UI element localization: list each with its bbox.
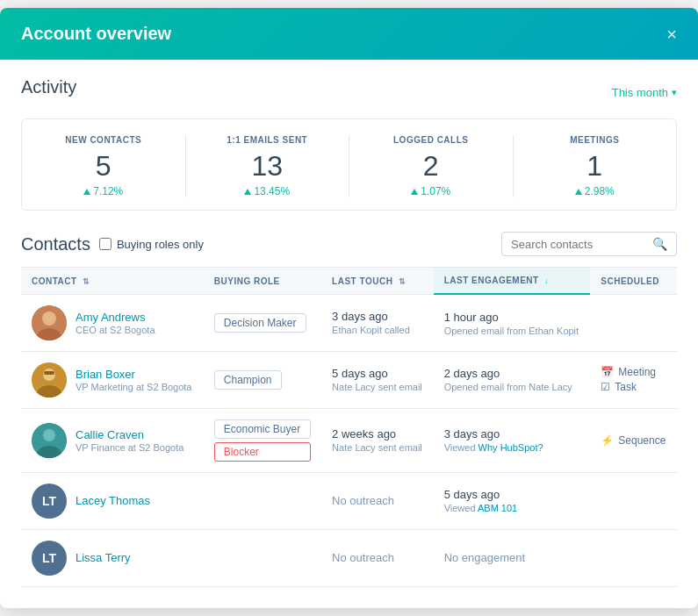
avatar-image-callie xyxy=(32,423,67,458)
scheduled-callie: ⚡ Sequence xyxy=(590,408,677,472)
contact-name-lissa[interactable]: Lissa Terry xyxy=(76,551,131,564)
sort-icon: ⇅ xyxy=(399,277,407,286)
table-row: Amy Andrews CEO at S2 Bogota Decision Ma… xyxy=(21,294,677,351)
search-input[interactable] xyxy=(511,238,647,251)
contact-cell-brian: Brian Boxer VP Marketing at S2 Bogota xyxy=(21,351,204,408)
stats-card: NEW CONTACTS 5 7.12% 1:1 EMAILS SENT 13 … xyxy=(21,118,677,211)
contacts-title: Contacts xyxy=(21,234,90,254)
sequence-icon: ⚡ xyxy=(601,434,614,447)
role-badge-callie-blocker: Blocker xyxy=(214,442,311,462)
last-touch-amy: 3 days ago Ethan Kopit called xyxy=(321,294,434,351)
stat-change-calls: 1.07% xyxy=(363,185,499,197)
activity-title: Activity xyxy=(21,77,76,97)
scheduled-task: ☑ Task xyxy=(601,381,666,393)
table-header-row: CONTACT ⇅ BUYING ROLE LAST TOUCH ⇅ LAST … xyxy=(21,268,677,295)
svg-point-3 xyxy=(44,312,54,323)
scheduled-meeting: 📅 Meeting xyxy=(601,366,666,378)
role-badge-amy: Decision Maker xyxy=(214,313,306,333)
buying-role-lissa xyxy=(204,529,321,586)
avatar-lissa: LT xyxy=(32,541,67,576)
stat-value-emails: 13 xyxy=(200,152,335,180)
last-touch-lacey: No outreach xyxy=(321,472,434,529)
contact-name-brian[interactable]: Brian Boxer xyxy=(76,368,192,381)
stat-change-meetings: 2.98% xyxy=(528,185,663,197)
buying-role-amy: Decision Maker xyxy=(204,294,321,351)
last-engagement-brian: 2 days ago Opened email from Nate Lacy xyxy=(434,351,591,408)
svg-rect-7 xyxy=(44,371,54,375)
period-selector[interactable]: This month xyxy=(612,86,677,99)
contacts-table: CONTACT ⇅ BUYING ROLE LAST TOUCH ⇅ LAST … xyxy=(21,267,677,587)
calendar-icon: 📅 xyxy=(601,366,614,378)
last-engagement-callie: 3 days ago Viewed Why HubSpot? xyxy=(434,408,591,472)
last-engagement-lissa: No engagement xyxy=(434,529,591,586)
avatar-image-amy xyxy=(32,305,67,340)
scheduled-lissa xyxy=(590,529,677,586)
contacts-left: Contacts Buying roles only xyxy=(21,234,204,254)
stat-value-calls: 2 xyxy=(363,152,499,180)
scheduled-lacey xyxy=(590,472,677,529)
col-last-touch[interactable]: LAST TOUCH ⇅ xyxy=(321,268,434,295)
svg-point-9 xyxy=(43,429,55,441)
arrow-up-icon xyxy=(244,189,251,195)
arrow-up-icon xyxy=(83,189,90,195)
contact-subtitle-brian: VP Marketing at S2 Bogota xyxy=(76,382,192,392)
stat-emails-sent: 1:1 EMAILS SENT 13 13.45% xyxy=(186,135,350,197)
stat-label-emails: 1:1 EMAILS SENT xyxy=(200,135,335,145)
contact-cell-lacey: LT Lacey Thomas xyxy=(21,472,204,529)
engagement-link-lacey[interactable]: ABM 101 xyxy=(478,503,517,513)
sort-icon: ↓ xyxy=(544,276,549,285)
contacts-header: Contacts Buying roles only 🔍 xyxy=(21,232,677,256)
buying-role-callie: Economic Buyer Blocker xyxy=(204,408,321,472)
account-overview-modal: Account overview × Activity This month N… xyxy=(0,8,698,608)
col-last-engagement[interactable]: LAST ENGAGEMENT ↓ xyxy=(434,268,591,295)
col-contact[interactable]: CONTACT ⇅ xyxy=(21,268,204,295)
scheduled-brian: 📅 Meeting ☑ Task xyxy=(590,351,677,408)
modal-header: Account overview × xyxy=(0,8,698,60)
modal-body: Activity This month NEW CONTACTS 5 7.12%… xyxy=(0,60,698,608)
stat-value-meetings: 1 xyxy=(528,152,663,180)
last-engagement-lacey: 5 days ago Viewed ABM 101 xyxy=(434,472,591,529)
table-row: Callie Craven VP Finance at S2 Bogota Ec… xyxy=(21,408,677,472)
role-badge-callie-economic: Economic Buyer xyxy=(214,419,311,439)
stat-label-meetings: MEETINGS xyxy=(528,135,663,145)
contact-name-amy[interactable]: Amy Andrews xyxy=(76,311,155,324)
col-buying-role: BUYING ROLE xyxy=(204,268,321,295)
buying-roles-checkbox[interactable] xyxy=(99,238,112,250)
stat-meetings: MEETINGS 1 2.98% xyxy=(514,135,677,197)
contact-name-lacey[interactable]: Lacey Thomas xyxy=(76,494,150,507)
last-engagement-amy: 1 hour ago Opened email from Ethan Kopit xyxy=(434,294,591,351)
scheduled-amy xyxy=(590,294,677,351)
avatar-brian xyxy=(32,362,67,398)
activity-header: Activity This month xyxy=(21,77,677,108)
avatar-image-brian xyxy=(32,362,67,398)
buying-role-lacey xyxy=(204,472,321,529)
modal-title: Account overview xyxy=(21,24,171,44)
last-touch-callie: 2 weeks ago Nate Lacy sent email xyxy=(321,408,434,472)
table-row: LT Lacey Thomas No outreach 5 days ago xyxy=(21,472,677,529)
col-scheduled: SCHEDULED xyxy=(590,268,677,295)
table-row: Brian Boxer VP Marketing at S2 Bogota Ch… xyxy=(21,351,677,408)
table-row: LT Lissa Terry No outreach No engagement xyxy=(21,529,677,586)
close-button[interactable]: × xyxy=(666,25,677,43)
stat-logged-calls: LOGGED CALLS 2 1.07% xyxy=(349,135,514,197)
avatar-lacey: LT xyxy=(32,483,67,519)
contact-subtitle-callie: VP Finance at S2 Bogota xyxy=(76,442,183,453)
avatar-amy xyxy=(32,305,67,340)
role-badge-brian: Champion xyxy=(214,370,282,390)
contact-subtitle-amy: CEO at S2 Bogota xyxy=(76,325,155,335)
last-touch-brian: 5 days ago Nate Lacy sent email xyxy=(321,351,434,408)
arrow-up-icon xyxy=(411,189,418,195)
stat-new-contacts: NEW CONTACTS 5 7.12% xyxy=(22,135,186,197)
contact-cell-callie: Callie Craven VP Finance at S2 Bogota xyxy=(21,408,204,472)
contact-cell-lissa: LT Lissa Terry xyxy=(21,529,204,586)
avatar-callie xyxy=(32,423,67,458)
buying-roles-filter[interactable]: Buying roles only xyxy=(99,238,204,251)
stat-value-contacts: 5 xyxy=(36,152,171,180)
search-icon: 🔍 xyxy=(652,237,667,251)
search-box[interactable]: 🔍 xyxy=(501,232,677,256)
stat-label-calls: LOGGED CALLS xyxy=(363,135,499,145)
contact-name-callie[interactable]: Callie Craven xyxy=(76,428,183,441)
engagement-link-callie[interactable]: Why HubSpot? xyxy=(479,442,543,453)
buying-role-brian: Champion xyxy=(204,351,321,408)
arrow-up-icon xyxy=(575,189,582,195)
